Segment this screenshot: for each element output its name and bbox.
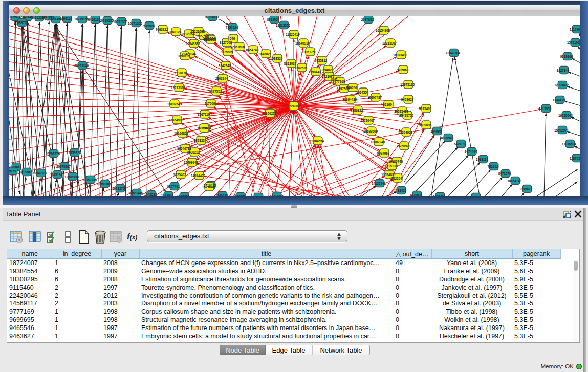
svg-text:3498222: 3498222	[187, 150, 200, 154]
svg-text:16120746: 16120746	[388, 160, 403, 163]
svg-text:16046788: 16046788	[177, 147, 192, 150]
svg-text:2087682: 2087682	[361, 18, 374, 21]
svg-text:7663822: 7663822	[156, 28, 168, 31]
svg-text:7515526: 7515526	[142, 24, 155, 28]
svg-text:16640910: 16640910	[295, 41, 310, 45]
svg-text:2933114: 2933114	[476, 158, 489, 161]
svg-text:8878334: 8878334	[194, 139, 207, 142]
svg-text:16654988: 16654988	[169, 118, 184, 122]
svg-text:10961758: 10961758	[302, 50, 317, 54]
svg-text:3875685: 3875685	[221, 50, 233, 54]
svg-text:18724007: 18724007	[286, 104, 300, 108]
svg-text:10607487: 10607487	[367, 96, 382, 99]
svg-text:10025438: 10025438	[394, 110, 409, 113]
svg-text:8660124: 8660124	[169, 30, 182, 34]
svg-text:1805572: 1805572	[9, 16, 21, 19]
svg-text:1244419: 1244419	[553, 98, 565, 102]
svg-text:12923446: 12923446	[128, 191, 143, 195]
svg-text:19166829: 19166829	[174, 132, 189, 135]
svg-text:1385775: 1385775	[233, 195, 246, 196]
svg-text:12942737: 12942737	[33, 171, 48, 175]
svg-text:10973493: 10973493	[393, 53, 408, 57]
svg-text:17016504: 17016504	[562, 142, 577, 146]
svg-text:13654923: 13654923	[398, 130, 413, 134]
svg-text:1990443: 1990443	[309, 70, 321, 74]
svg-text:746266: 746266	[346, 86, 357, 90]
svg-text:1385061: 1385061	[9, 165, 22, 169]
svg-text:9474444: 9474444	[465, 150, 477, 154]
svg-text:1167534: 1167534	[570, 157, 580, 160]
svg-text:62160: 62160	[383, 103, 392, 106]
svg-text:9115460: 9115460	[419, 107, 432, 111]
svg-text:15409948: 15409948	[184, 161, 199, 164]
svg-text:7386322: 7386322	[351, 108, 363, 112]
svg-text:8938943: 8938943	[441, 136, 454, 140]
svg-text:53594: 53594	[199, 126, 208, 130]
svg-text:1052231: 1052231	[177, 195, 190, 196]
svg-text:9327508: 9327508	[220, 41, 232, 45]
svg-text:10648784: 10648784	[446, 51, 461, 55]
svg-text:21364436: 21364436	[342, 98, 357, 101]
svg-text:25300275: 25300275	[262, 112, 277, 115]
svg-text:9427552: 9427552	[209, 90, 222, 93]
svg-text:16782759: 16782759	[112, 187, 127, 190]
svg-text:1023944: 1023944	[161, 194, 174, 196]
svg-text:9463627: 9463627	[401, 98, 414, 101]
svg-text:7625402: 7625402	[173, 173, 186, 177]
svg-text:9890125: 9890125	[178, 54, 190, 58]
svg-text:1733426: 1733426	[394, 189, 407, 192]
svg-text:6466160: 6466160	[60, 17, 73, 20]
svg-text:763262: 763262	[487, 165, 498, 168]
svg-text:9084067: 9084067	[377, 151, 390, 155]
svg-text:15751074: 15751074	[567, 41, 580, 45]
svg-text:25226058: 25226058	[190, 30, 205, 33]
svg-text:12213967: 12213967	[382, 41, 397, 45]
svg-text:9777169: 9777169	[333, 80, 345, 83]
svg-text:10719155: 10719155	[99, 19, 114, 23]
svg-text:1615132: 1615132	[385, 164, 398, 168]
svg-text:10654112: 10654112	[507, 179, 521, 183]
svg-text:14136141: 14136141	[372, 182, 386, 185]
svg-text:12093822: 12093822	[554, 83, 569, 87]
svg-text:1117205: 1117205	[570, 28, 580, 31]
svg-text:546: 546	[230, 37, 235, 40]
svg-text:14914479: 14914479	[191, 174, 206, 178]
svg-text:19218506: 19218506	[276, 24, 291, 27]
svg-text:1810754: 1810754	[167, 102, 180, 106]
svg-text:1042533: 1042533	[144, 193, 157, 196]
svg-text:9457791: 9457791	[251, 195, 264, 196]
svg-text:9245612: 9245612	[520, 187, 533, 191]
svg-text:9646821: 9646821	[259, 52, 272, 56]
svg-text:11325419: 11325419	[286, 33, 300, 36]
svg-text:12213369: 12213369	[171, 86, 186, 90]
svg-text:17359928: 17359928	[67, 151, 81, 155]
svg-text:1571644: 1571644	[202, 185, 215, 189]
svg-text:3624554: 3624554	[356, 91, 369, 94]
svg-text:18055721: 18055721	[14, 21, 29, 25]
svg-text:15692971: 15692971	[554, 128, 569, 132]
svg-text:19756928: 19756928	[396, 144, 411, 148]
svg-text:1588520: 1588520	[270, 57, 283, 60]
svg-text:6479197: 6479197	[454, 142, 467, 146]
svg-text:9794028: 9794028	[321, 68, 334, 72]
svg-text:8242848: 8242848	[219, 64, 231, 68]
svg-text:7485063: 7485063	[396, 68, 409, 72]
svg-text:16543382: 16543382	[186, 42, 201, 46]
svg-text:252254: 252254	[391, 177, 402, 180]
svg-text:13524851: 13524851	[381, 173, 396, 177]
svg-text:15720407: 15720407	[360, 119, 375, 122]
svg-text:12975135: 12975135	[400, 83, 415, 86]
svg-text:8471676: 8471676	[498, 172, 511, 176]
svg-text:8813054: 8813054	[267, 18, 280, 21]
svg-text:17957235: 17957235	[82, 178, 97, 182]
svg-text:16154808: 16154808	[376, 29, 390, 32]
svg-text:1362635: 1362635	[295, 66, 308, 70]
svg-text:2367608: 2367608	[232, 45, 245, 49]
svg-text:1115682: 1115682	[19, 170, 32, 174]
svg-text:9699695: 9699695	[419, 123, 432, 127]
svg-text:7955812: 7955812	[315, 59, 328, 62]
svg-text:8186325: 8186325	[204, 38, 216, 41]
svg-text:20206576: 20206576	[46, 152, 60, 156]
svg-text:20975887: 20975887	[56, 165, 71, 168]
svg-text:39159: 39159	[9, 169, 16, 173]
